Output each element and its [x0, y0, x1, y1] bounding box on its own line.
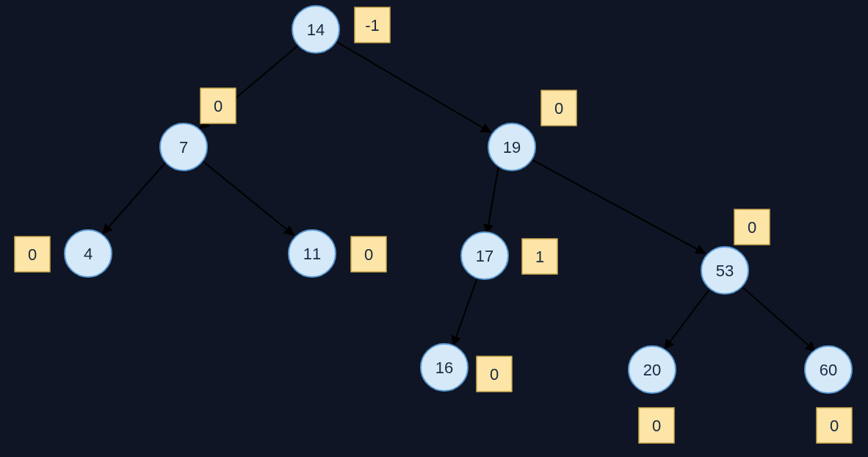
- edge-14-19: [334, 40, 491, 132]
- balance-19-value: 0: [554, 99, 563, 118]
- balance-19: 0: [541, 90, 576, 126]
- node-7: 7: [160, 123, 207, 170]
- node-4-value: 4: [84, 245, 93, 263]
- node-60: 60: [805, 346, 852, 393]
- node-20-value: 20: [643, 361, 661, 379]
- node-14: 14: [292, 6, 339, 53]
- edge-53-20: [665, 290, 709, 349]
- balance-20: 0: [639, 408, 674, 443]
- balance-14: -1: [355, 7, 390, 43]
- balance-16-value: 0: [490, 365, 499, 384]
- edge-7-4: [103, 159, 169, 234]
- balance-11: 0: [351, 237, 386, 272]
- node-19: 19: [488, 123, 535, 170]
- edge-53-60: [742, 287, 815, 351]
- edge-17-16: [453, 278, 477, 345]
- node-19-value: 19: [503, 138, 521, 156]
- node-11-value: 11: [303, 245, 321, 263]
- node-16-value: 16: [435, 359, 453, 377]
- balance-4: 0: [15, 237, 50, 272]
- balance-7: 0: [200, 88, 236, 123]
- balance-53: 0: [734, 209, 770, 245]
- balance-20-value: 0: [652, 417, 661, 435]
- balance-17: 1: [522, 239, 557, 274]
- node-20: 20: [629, 346, 676, 393]
- node-16: 16: [421, 344, 468, 391]
- balance-7-value: 0: [214, 97, 223, 115]
- tree-diagram: 14 -1 7 0 19 0 4 0 11 0 17: [0, 0, 868, 457]
- node-4: 4: [65, 230, 112, 277]
- node-60-value: 60: [820, 361, 837, 379]
- node-53: 53: [701, 247, 748, 294]
- edge-7-11: [200, 159, 294, 235]
- node-11: 11: [289, 230, 336, 277]
- balance-16: 0: [477, 356, 512, 392]
- node-7-value: 7: [179, 138, 188, 156]
- node-17-value: 17: [476, 247, 493, 265]
- balance-60-value: 0: [830, 417, 839, 435]
- balance-53-value: 0: [748, 218, 756, 237]
- balance-60: 0: [817, 408, 852, 443]
- node-53-value: 53: [716, 262, 734, 280]
- edge-19-17: [487, 162, 499, 234]
- balance-17-value: 1: [535, 248, 544, 266]
- node-14-value: 14: [307, 21, 325, 39]
- balance-4-value: 0: [28, 245, 37, 264]
- balance-14-value: -1: [365, 16, 380, 35]
- balance-11-value: 0: [364, 245, 373, 264]
- node-17: 17: [461, 232, 508, 279]
